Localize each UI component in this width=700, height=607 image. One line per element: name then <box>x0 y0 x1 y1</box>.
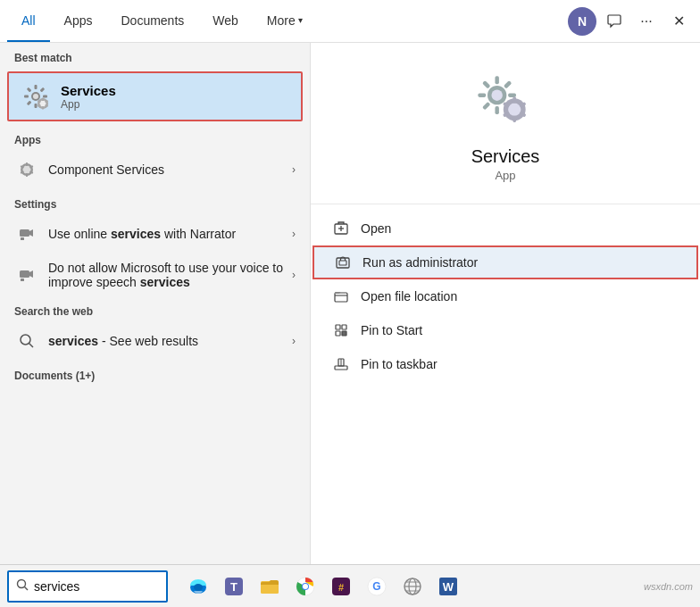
pin-to-start-label: Pin to Start <box>361 323 422 337</box>
word-icon[interactable]: W <box>432 570 464 603</box>
svg-rect-36 <box>495 76 498 84</box>
edge-icon[interactable] <box>182 570 214 603</box>
context-menu: Open Run as administrator <box>311 204 700 388</box>
watermark-text: wsxdn.com <box>644 581 693 592</box>
svg-rect-60 <box>336 331 340 336</box>
svg-text:T: T <box>230 580 238 594</box>
web-search-icon <box>14 328 39 353</box>
component-services-item[interactable]: Component Services › <box>0 150 310 189</box>
svg-rect-28 <box>21 237 24 240</box>
best-match-label: Best match <box>0 43 310 68</box>
svg-rect-42 <box>478 93 486 96</box>
component-services-chevron: › <box>292 163 296 176</box>
svg-rect-38 <box>508 93 516 96</box>
svg-rect-23 <box>26 173 28 177</box>
svg-point-1 <box>33 94 38 99</box>
user-avatar[interactable]: N <box>568 7 596 36</box>
settings-section-label: Settings <box>0 189 310 214</box>
top-bar: All Apps Documents Web More ▾ N ··· ✕ <box>0 0 700 43</box>
search-box[interactable]: services <box>7 570 168 603</box>
svg-rect-9 <box>27 87 32 93</box>
narrator-icon <box>14 221 39 246</box>
close-button[interactable]: ✕ <box>664 7 693 36</box>
left-panel: Best match <box>0 43 311 564</box>
tab-more[interactable]: More ▾ <box>253 0 317 42</box>
svg-rect-4 <box>43 96 47 98</box>
voice-settings-item[interactable]: Do not allow Microsoft to use your voice… <box>0 254 310 296</box>
open-icon <box>332 220 350 237</box>
svg-rect-62 <box>335 366 347 370</box>
web-search-item[interactable]: services - See web results › <box>0 321 310 361</box>
right-panel: Services App Open <box>311 43 700 564</box>
component-services-label: Component Services <box>48 162 292 177</box>
svg-point-45 <box>508 104 521 116</box>
app-detail-subtitle: App <box>495 169 515 182</box>
voice-chevron: › <box>292 269 296 281</box>
svg-rect-8 <box>24 96 29 98</box>
svg-line-33 <box>29 344 34 348</box>
pin-to-start-item[interactable]: Pin to Start <box>311 313 700 347</box>
svg-rect-46 <box>512 96 516 103</box>
svg-point-19 <box>23 166 31 174</box>
component-services-icon <box>14 157 39 182</box>
narrator-chevron: › <box>292 228 296 240</box>
open-file-location-item[interactable]: Open file location <box>311 279 700 313</box>
more-options-button[interactable]: ··· <box>632 7 661 36</box>
tab-web[interactable]: Web <box>198 0 253 42</box>
slack-icon[interactable]: # <box>325 570 357 603</box>
svg-rect-58 <box>336 325 340 329</box>
svg-rect-56 <box>339 261 346 265</box>
svg-point-35 <box>491 89 502 100</box>
network-icon[interactable] <box>396 570 429 603</box>
pin-to-taskbar-item[interactable]: Pin to taskbar <box>311 347 700 381</box>
best-match-subtitle: App <box>61 98 116 111</box>
svg-marker-27 <box>29 229 33 237</box>
google-icon[interactable]: G <box>361 570 393 603</box>
svg-rect-59 <box>342 325 346 329</box>
svg-rect-20 <box>26 162 28 166</box>
web-search-label: services - See web results <box>48 334 292 348</box>
run-as-admin-icon <box>334 254 352 271</box>
teams-icon[interactable]: T <box>218 570 250 603</box>
svg-point-32 <box>21 335 30 345</box>
pin-to-taskbar-label: Pin to taskbar <box>361 357 438 371</box>
svg-rect-29 <box>20 270 29 278</box>
tab-apps[interactable]: Apps <box>50 0 107 42</box>
feedback-button[interactable] <box>600 7 629 36</box>
narrator-settings-item[interactable]: Use online services with Narrator › <box>0 214 310 254</box>
svg-rect-57 <box>335 293 347 302</box>
open-file-location-icon <box>332 287 350 305</box>
apps-section-label: Apps <box>0 125 310 150</box>
svg-rect-37 <box>504 80 512 88</box>
svg-text:W: W <box>443 580 454 594</box>
svg-rect-31 <box>21 279 24 281</box>
svg-rect-26 <box>20 229 29 237</box>
svg-rect-55 <box>337 258 349 268</box>
best-match-text: Services App <box>61 83 116 111</box>
svg-rect-61 <box>342 331 346 336</box>
pin-to-start-icon <box>332 321 350 339</box>
svg-marker-30 <box>29 270 33 278</box>
search-input-text: services <box>34 579 79 594</box>
app-detail-title: Services <box>471 146 540 167</box>
chrome-icon[interactable] <box>289 570 321 603</box>
narrator-label: Use online services with Narrator <box>48 227 292 241</box>
tab-all[interactable]: All <box>7 0 50 42</box>
svg-rect-15 <box>42 106 44 110</box>
svg-rect-2 <box>35 85 38 89</box>
best-match-item[interactable]: Services App <box>7 71 303 121</box>
run-as-admin-menu-item[interactable]: Run as administrator <box>312 245 698 279</box>
svg-rect-43 <box>482 80 490 88</box>
voice-label: Do not allow Microsoft to use your voice… <box>48 261 292 289</box>
best-match-title: Services <box>61 83 116 98</box>
tab-documents[interactable]: Documents <box>106 0 198 42</box>
run-as-admin-label: Run as administrator <box>362 255 478 270</box>
svg-point-65 <box>18 580 26 588</box>
svg-text:#: # <box>338 582 344 593</box>
services-app-icon <box>20 80 52 112</box>
svg-rect-12 <box>42 98 44 102</box>
svg-rect-49 <box>512 116 516 122</box>
explorer-icon[interactable] <box>254 570 286 603</box>
open-menu-item[interactable]: Open <box>311 212 700 245</box>
main-container: Best match <box>0 43 700 564</box>
